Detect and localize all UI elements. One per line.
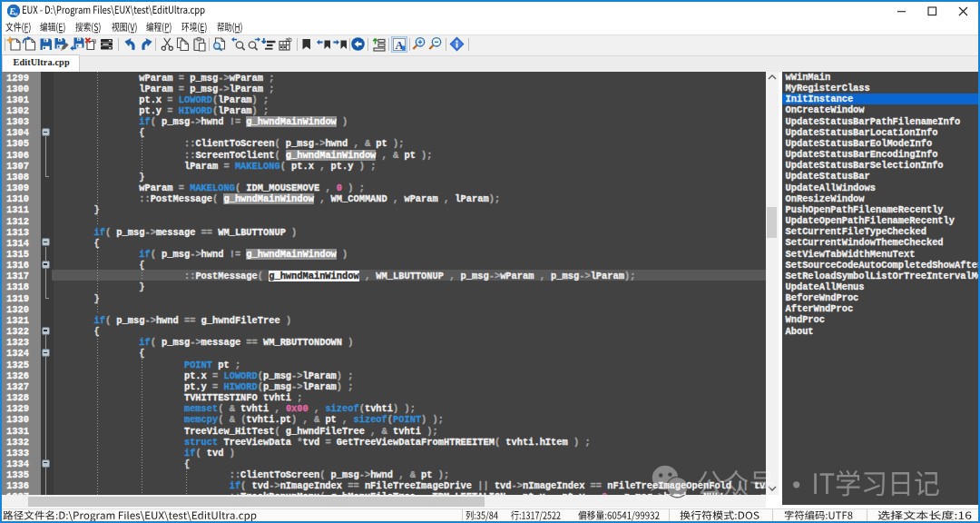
svg-text:u: u bbox=[14, 9, 17, 16]
svg-text:ab: ab bbox=[285, 36, 292, 43]
